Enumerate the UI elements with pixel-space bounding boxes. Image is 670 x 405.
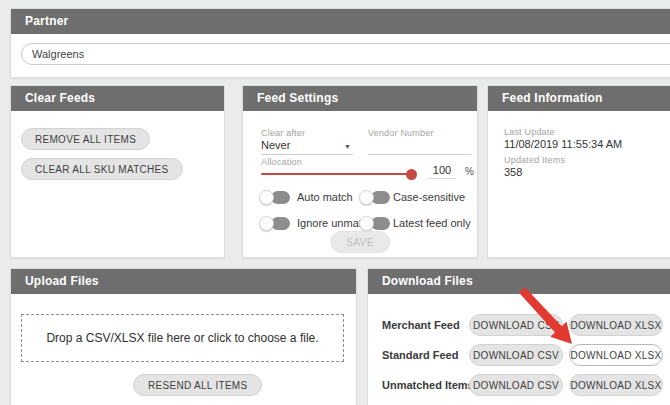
partner-panel: Partner [10,8,670,78]
remove-all-items-button[interactable]: REMOVE ALL ITEMS [21,128,150,150]
latest-feed-only-toggle[interactable] [359,216,390,231]
case-sensitive-toggle[interactable] [359,190,390,205]
allocation-percent-sign: % [465,166,474,177]
toggle-thumb [259,190,274,205]
clear-after-label: Clear after [261,128,305,138]
partner-panel-title: Partner [11,9,670,34]
last-update-value: 11/08/2019 11:55:34 AM [504,138,622,150]
toggle-thumb [359,216,374,231]
feed-information-title: Feed Information [488,86,670,111]
auto-match-toggle[interactable] [259,190,290,205]
save-button[interactable]: SAVE [330,231,390,253]
upload-files-panel: Upload Files Drop a CSV/XLSX file here o… [10,268,357,405]
download-files-title: Download Files [368,269,670,294]
dropzone-text: Drop a CSV/XLSX file here or click to ch… [46,331,318,345]
file-dropzone[interactable]: Drop a CSV/XLSX file here or click to ch… [21,314,344,362]
feed-management-page: Partner Clear Feeds REMOVE ALL ITEMS CLE… [0,0,670,405]
clear-feeds-panel: Clear Feeds REMOVE ALL ITEMS CLEAR ALL S… [10,85,225,258]
auto-match-label: Auto match [297,191,353,203]
unmatched-items-download-xlsx-button[interactable]: DOWNLOAD XLSX [569,374,663,396]
unmatched-items-label: Unmatched Items [382,374,474,396]
toggle-thumb [359,190,374,205]
merchant-feed-download-xlsx-button[interactable]: DOWNLOAD XLSX [569,314,663,336]
clear-all-sku-matches-button[interactable]: CLEAR ALL SKU MATCHES [21,158,183,180]
standard-feed-label: Standard Feed [382,344,458,366]
chevron-down-icon: ▼ [344,143,351,150]
clear-after-select[interactable]: Never ▼ [261,139,353,155]
download-files-panel: Download Files Merchant Feed DOWNLOAD CS… [367,268,670,405]
updated-items-label: Updated Items [504,155,565,165]
allocation-slider-knob[interactable] [406,169,417,180]
allocation-slider-track [261,173,415,175]
clear-after-value: Never [261,139,290,151]
ignore-unmatched-toggle[interactable] [259,216,290,231]
partner-input[interactable] [21,43,670,65]
standard-feed-download-csv-button[interactable]: DOWNLOAD CSV [469,344,563,366]
allocation-label: Allocation [261,157,302,167]
case-sensitive-label: Case-sensitive [393,191,465,203]
merchant-feed-download-csv-button[interactable]: DOWNLOAD CSV [469,314,563,336]
upload-files-title: Upload Files [11,269,356,294]
last-update-label: Last Update [504,127,555,137]
feed-settings-title: Feed Settings [243,86,477,111]
vendor-number-input[interactable] [368,139,471,155]
standard-feed-download-xlsx-button[interactable]: DOWNLOAD XLSX [569,344,663,366]
feed-settings-panel: Feed Settings Clear after Never ▼ Vendor… [242,85,478,258]
allocation-slider[interactable] [261,168,415,179]
resend-all-items-button[interactable]: RESEND ALL ITEMS [133,374,262,396]
merchant-feed-label: Merchant Feed [382,314,460,336]
feed-information-panel: Feed Information Last Update 11/08/2019 … [487,85,670,258]
allocation-value-input[interactable]: 100 [428,164,456,179]
toggle-thumb [259,216,274,231]
unmatched-items-download-csv-button[interactable]: DOWNLOAD CSV [469,374,563,396]
clear-feeds-title: Clear Feeds [11,86,224,111]
vendor-number-label: Vendor Number [368,128,434,138]
updated-items-value: 358 [504,166,522,178]
latest-feed-only-label: Latest feed only [393,217,471,229]
